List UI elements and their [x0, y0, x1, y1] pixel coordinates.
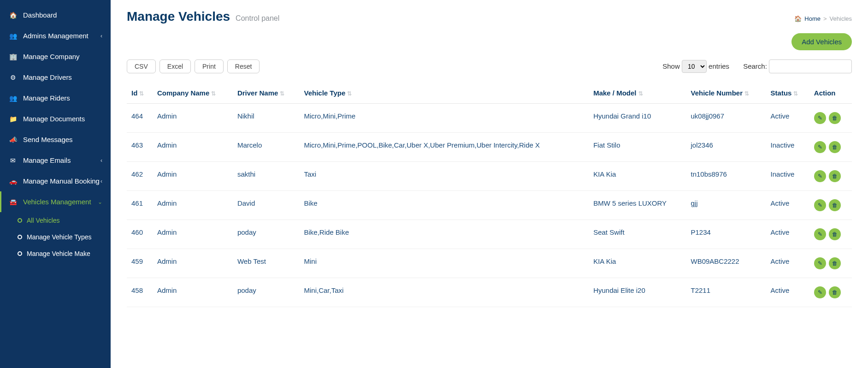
sidebar-item-admins-management[interactable]: 👥Admins Management‹ [0, 25, 111, 46]
print-button[interactable]: Print [195, 59, 224, 73]
bullet-icon [18, 235, 22, 239]
cell: T2211 [686, 278, 766, 307]
edit-button[interactable]: ✎ [814, 170, 826, 182]
trash-icon: 🗑 [832, 289, 838, 296]
col-label: Id [131, 89, 137, 97]
cell: 463 [127, 133, 153, 162]
table-row: 463AdminMarceloMicro,Mini,Prime,POOL,Bik… [127, 133, 852, 162]
cell: 458 [127, 278, 153, 307]
cell: Taxi [299, 162, 589, 191]
sidebar-item-manage-riders[interactable]: 👥Manage Riders [0, 88, 111, 108]
sidebar-item-label: Manage Manual Booking [23, 177, 100, 185]
sort-icon: ⇅ [347, 90, 352, 97]
excel-button[interactable]: Excel [159, 59, 191, 73]
table-row: 458AdminpodayMini,Car,TaxiHyundai Elite … [127, 278, 852, 307]
table-row: 461AdminDavidBikeBMW 5 series LUXORYgjjA… [127, 191, 852, 220]
sidebar-item-manage-manual-booking[interactable]: 🚗Manage Manual Booking‹ [0, 171, 111, 191]
delete-button[interactable]: 🗑 [829, 286, 841, 298]
cell: Nikhil [233, 104, 300, 133]
search-input[interactable] [769, 59, 852, 73]
cell: 460 [127, 220, 153, 249]
csv-button[interactable]: CSV [127, 59, 156, 73]
cell: Active [766, 104, 809, 133]
sidebar-icon: ✉ [8, 157, 18, 164]
chevron-left-icon: ‹ [100, 178, 102, 184]
edit-button[interactable]: ✎ [814, 141, 826, 153]
sidebar-item-label: Manage Company [23, 53, 80, 60]
sidebar-item-send-messages[interactable]: 📣Send Messages [0, 129, 111, 150]
delete-button[interactable]: 🗑 [829, 228, 841, 240]
sidebar-item-vehicles-management[interactable]: 🚘Vehicles Management⌄ [0, 191, 111, 212]
sidebar-item-label: Manage Drivers [23, 73, 72, 81]
sidebar-item-dashboard[interactable]: 🏠Dashboard [0, 5, 111, 25]
cell: Active [766, 278, 809, 307]
sidebar-icon: 👥 [8, 95, 18, 102]
cell: Admin [153, 278, 233, 307]
sidebar-sub-manage-vehicle-make[interactable]: Manage Vehicle Make [4, 245, 111, 262]
edit-button[interactable]: ✎ [814, 286, 826, 298]
trash-icon: 🗑 [832, 144, 838, 150]
pencil-icon: ✎ [818, 231, 822, 237]
delete-button[interactable]: 🗑 [829, 257, 841, 269]
col-label: Company Name [157, 89, 209, 97]
sidebar-sub-all-vehicles[interactable]: All Vehicles [4, 212, 111, 229]
cell: BMW 5 series LUXORY [589, 191, 686, 220]
col-company-name[interactable]: Company Name⇅ [153, 83, 233, 104]
pencil-icon: ✎ [818, 260, 822, 267]
cell: Inactive [766, 133, 809, 162]
cell: David [233, 191, 300, 220]
col-vehicle-type[interactable]: Vehicle Type⇅ [299, 83, 589, 104]
col-vehicle-number[interactable]: Vehicle Number⇅ [686, 83, 766, 104]
trash-icon: 🗑 [832, 115, 838, 121]
cell: WB09ABC2222 [686, 249, 766, 278]
edit-button[interactable]: ✎ [814, 112, 826, 124]
sidebar-icon: 🏢 [8, 53, 18, 60]
sidebar-item-manage-documents[interactable]: 📁Manage Documents [0, 108, 111, 129]
show-label: Show [662, 62, 680, 70]
cell: P1234 [686, 220, 766, 249]
col-make-model[interactable]: Make / Model⇅ [589, 83, 686, 104]
cell-actions: ✎🗑 [809, 220, 852, 249]
entries-select[interactable]: 10 [682, 60, 707, 73]
cell: Web Test [233, 249, 300, 278]
vehicles-table: Id⇅Company Name⇅Driver Name⇅Vehicle Type… [127, 83, 852, 307]
cell: Fiat Stilo [589, 133, 686, 162]
col-action[interactable]: Action [809, 83, 852, 104]
delete-button[interactable]: 🗑 [829, 199, 841, 211]
breadcrumb-home[interactable]: Home [804, 15, 821, 22]
pencil-icon: ✎ [818, 289, 822, 296]
edit-button[interactable]: ✎ [814, 228, 826, 240]
pencil-icon: ✎ [818, 202, 822, 208]
delete-button[interactable]: 🗑 [829, 112, 841, 124]
sidebar-sub-manage-vehicle-types[interactable]: Manage Vehicle Types [4, 229, 111, 245]
sidebar-icon: 👥 [8, 32, 18, 40]
sidebar-item-label: Manage Emails [23, 156, 71, 164]
breadcrumb-separator: > [823, 15, 827, 22]
cell: Admin [153, 191, 233, 220]
col-driver-name[interactable]: Driver Name⇅ [233, 83, 300, 104]
col-status[interactable]: Status⇅ [766, 83, 809, 104]
add-vehicles-button[interactable]: Add Vehicles [791, 33, 852, 50]
sidebar-item-manage-emails[interactable]: ✉Manage Emails‹ [0, 150, 111, 171]
delete-button[interactable]: 🗑 [829, 170, 841, 182]
sort-icon: ⇅ [638, 90, 643, 97]
sidebar-item-manage-company[interactable]: 🏢Manage Company [0, 46, 111, 67]
cell: 461 [127, 191, 153, 220]
page-title-text: Manage Vehicles [127, 9, 230, 24]
edit-button[interactable]: ✎ [814, 199, 826, 211]
pencil-icon: ✎ [818, 144, 822, 150]
cell: Marcelo [233, 133, 300, 162]
cell: Mini [299, 249, 589, 278]
main-content: Manage Vehicles Control panel 🏠 Home > V… [111, 0, 868, 368]
edit-button[interactable]: ✎ [814, 257, 826, 269]
search-label: Search: [743, 62, 767, 70]
delete-button[interactable]: 🗑 [829, 141, 841, 153]
reset-button[interactable]: Reset [227, 59, 260, 73]
breadcrumb: 🏠 Home > Vehicles [794, 15, 852, 22]
cell-actions: ✎🗑 [809, 162, 852, 191]
cell: 462 [127, 162, 153, 191]
sidebar-item-manage-drivers[interactable]: ⚙Manage Drivers [0, 67, 111, 88]
col-id[interactable]: Id⇅ [127, 83, 153, 104]
cell: uk08jj0967 [686, 104, 766, 133]
col-label: Action [814, 89, 836, 97]
